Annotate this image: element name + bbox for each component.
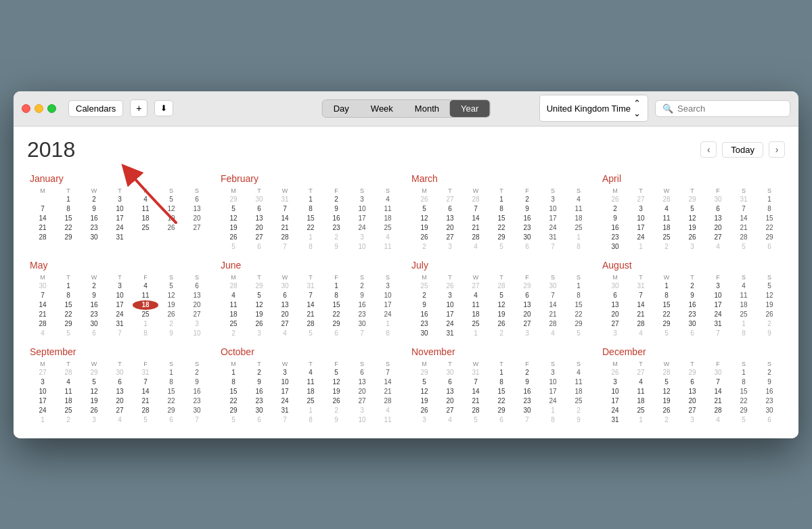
calendar-day[interactable]: 3: [540, 195, 566, 204]
calendar-day[interactable]: 31: [731, 195, 757, 204]
calendar-day[interactable]: 1: [489, 195, 514, 204]
calendar-day[interactable]: 1: [298, 233, 323, 242]
calendar-day[interactable]: 2: [411, 242, 437, 252]
calendar-day[interactable]: 18: [654, 223, 679, 233]
calendar-day[interactable]: 14: [375, 377, 401, 387]
calendar-day[interactable]: 22: [55, 310, 81, 319]
calendar-day[interactable]: 1: [55, 195, 81, 204]
calendar-day[interactable]: 18: [463, 310, 489, 319]
calendar-day[interactable]: 22: [221, 396, 246, 406]
calendar-day[interactable]: 19: [158, 214, 184, 223]
calendar-day[interactable]: 28: [654, 195, 679, 204]
calendar-day[interactable]: 30: [514, 406, 540, 415]
calendar-day[interactable]: 10: [705, 291, 731, 300]
calendar-day[interactable]: 28: [463, 233, 489, 242]
calendar-day[interactable]: 17: [437, 310, 463, 319]
calendar-day[interactable]: 10: [107, 204, 133, 214]
calendar-day[interactable]: 9: [757, 329, 782, 338]
calendar-day[interactable]: 31: [463, 368, 489, 377]
calendar-day[interactable]: 2: [757, 319, 782, 329]
calendar-day[interactable]: 3: [30, 377, 55, 387]
calendar-day[interactable]: 26: [411, 233, 437, 242]
calendar-day[interactable]: 28: [375, 396, 401, 406]
calendar-day[interactable]: 16: [514, 214, 540, 223]
calendar-day[interactable]: 8: [489, 377, 514, 387]
calendar-day[interactable]: 29: [566, 319, 591, 329]
calendar-day[interactable]: 9: [349, 291, 375, 300]
tab-week[interactable]: Week: [360, 100, 404, 117]
calendar-day[interactable]: 27: [602, 319, 628, 329]
calendar-day[interactable]: 4: [375, 233, 401, 242]
calendar-day[interactable]: 19: [654, 396, 679, 406]
calendar-day[interactable]: 5: [221, 242, 246, 252]
calendar-day[interactable]: 13: [437, 214, 463, 223]
calendar-day[interactable]: 22: [158, 396, 184, 406]
calendar-day[interactable]: 23: [81, 310, 107, 319]
calendar-day[interactable]: 11: [375, 204, 401, 214]
minimize-button[interactable]: [35, 104, 43, 113]
calendar-day[interactable]: 25: [375, 223, 401, 233]
calendar-day[interactable]: 25: [731, 310, 757, 319]
calendar-day[interactable]: 3: [540, 368, 566, 377]
calendar-day[interactable]: 3: [602, 329, 628, 338]
calendar-day[interactable]: 9: [411, 300, 437, 310]
calendar-day[interactable]: 5: [323, 368, 349, 377]
calendar-day[interactable]: 3: [679, 242, 705, 252]
calendar-day[interactable]: 3: [411, 415, 437, 425]
calendar-day[interactable]: 29: [679, 368, 705, 377]
calendar-day[interactable]: 19: [679, 223, 705, 233]
calendar-day[interactable]: 30: [107, 368, 133, 377]
calendar-day[interactable]: 5: [757, 281, 782, 291]
calendar-day[interactable]: 5: [221, 204, 246, 214]
calendar-day[interactable]: 27: [246, 233, 272, 242]
calendar-day[interactable]: 23: [184, 396, 210, 406]
calendar-day[interactable]: 21: [30, 310, 55, 319]
calendar-day[interactable]: 26: [158, 310, 184, 319]
calendar-day[interactable]: 11: [628, 387, 654, 396]
calendar-day[interactable]: 6: [246, 415, 272, 425]
calendar-day[interactable]: 15: [654, 300, 679, 310]
calendar-day[interactable]: 1: [298, 406, 323, 415]
calendar-day[interactable]: 12: [679, 214, 705, 223]
calendar-day[interactable]: 23: [411, 319, 437, 329]
calendar-day[interactable]: 10: [349, 415, 375, 425]
calendar-day[interactable]: 28: [731, 233, 757, 242]
calendar-day[interactable]: 9: [158, 329, 184, 338]
calendar-day[interactable]: 30: [81, 319, 107, 329]
calendar-day[interactable]: 13: [602, 300, 628, 310]
calendar-day[interactable]: [81, 242, 107, 244]
calendar-day[interactable]: 21: [628, 310, 654, 319]
calendar-day[interactable]: 6: [184, 195, 210, 204]
calendar-day[interactable]: 23: [514, 223, 540, 233]
calendar-day[interactable]: 15: [566, 300, 591, 310]
calendar-day[interactable]: 24: [107, 223, 133, 233]
calendar-day[interactable]: 6: [437, 204, 463, 214]
calendar-day[interactable]: 26: [679, 233, 705, 242]
calendar-day[interactable]: 2: [654, 242, 679, 252]
calendar-day[interactable]: 15: [489, 214, 514, 223]
calendar-day[interactable]: 5: [81, 377, 107, 387]
calendar-day[interactable]: 13: [246, 214, 272, 223]
calendar-day[interactable]: 13: [184, 291, 210, 300]
calendar-day[interactable]: 30: [349, 319, 375, 329]
calendar-day[interactable]: 19: [221, 223, 246, 233]
calendar-day[interactable]: 13: [184, 204, 210, 214]
calendar-day[interactable]: 29: [81, 368, 107, 377]
calendar-day[interactable]: 20: [184, 214, 210, 223]
calendar-day[interactable]: 29: [246, 281, 272, 291]
download-button[interactable]: ⬇: [154, 100, 173, 116]
calendar-day[interactable]: 16: [81, 300, 107, 310]
calendar-day[interactable]: 28: [55, 368, 81, 377]
calendar-day[interactable]: 10: [107, 291, 133, 300]
calendar-day[interactable]: 14: [30, 300, 55, 310]
calendar-day[interactable]: 16: [184, 387, 210, 396]
calendar-day[interactable]: 11: [298, 377, 323, 387]
calendar-day[interactable]: 18: [566, 387, 591, 396]
calendar-day[interactable]: 3: [602, 377, 628, 387]
calendar-day[interactable]: 25: [628, 406, 654, 415]
calendar-day[interactable]: 27: [107, 406, 133, 415]
calendar-day[interactable]: 26: [654, 406, 679, 415]
calendar-day[interactable]: 26: [221, 233, 246, 242]
calendar-day[interactable]: 28: [463, 195, 489, 204]
calendar-day[interactable]: 2: [323, 233, 349, 242]
